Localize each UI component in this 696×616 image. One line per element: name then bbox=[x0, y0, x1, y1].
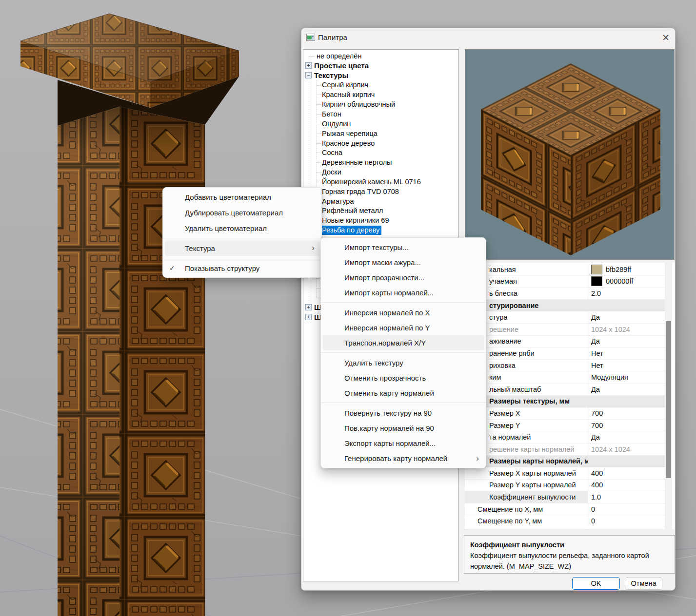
color-swatch[interactable] bbox=[591, 265, 602, 274]
property-value[interactable]: Нет bbox=[588, 347, 665, 359]
tree-item[interactable]: Бетон bbox=[303, 109, 458, 119]
tree-item[interactable]: Серый кирпич bbox=[303, 80, 458, 90]
property-value[interactable]: 700 bbox=[588, 420, 665, 431]
property-row[interactable]: аживаниеДа bbox=[465, 336, 665, 348]
property-value[interactable]: 400 bbox=[588, 467, 665, 479]
property-value[interactable]: 1024 x 1024 bbox=[588, 324, 665, 335]
tree-item[interactable]: Горная гряда TVD 0708 bbox=[303, 187, 458, 196]
property-row[interactable]: та нормалейДа bbox=[465, 431, 665, 443]
property-value[interactable]: bfb289ff bbox=[588, 264, 665, 275]
tree-item[interactable]: Рифлёный металл bbox=[303, 206, 458, 216]
menu-item[interactable]: Генерировать карту нормалей› bbox=[323, 451, 484, 466]
property-row[interactable]: решение1024 x 1024 bbox=[465, 324, 665, 336]
tree-item[interactable]: Арматура bbox=[303, 196, 458, 206]
property-value[interactable]: Модуляция bbox=[588, 371, 665, 383]
expand-icon[interactable]: + bbox=[305, 314, 312, 320]
property-value[interactable]: Да bbox=[588, 384, 665, 395]
property-value bbox=[588, 396, 665, 407]
tree-item[interactable]: Новые кирпичики 69 bbox=[303, 215, 458, 225]
menu-item[interactable]: Удалить текстуру bbox=[323, 355, 484, 370]
tree-item[interactable]: Сосна bbox=[303, 148, 458, 157]
dialog-titlebar[interactable]: Палитра × bbox=[301, 28, 675, 48]
color-swatch[interactable] bbox=[591, 276, 602, 286]
menu-item[interactable]: Отменить карту нормалей bbox=[323, 385, 484, 401]
collapse-icon[interactable]: − bbox=[305, 72, 312, 78]
properties-scrollbar[interactable] bbox=[665, 263, 672, 529]
menu-item[interactable]: Транспон.нормалей X/Y bbox=[323, 335, 484, 350]
property-value-text: 400 bbox=[591, 481, 603, 489]
wooden-column-3d[interactable] bbox=[20, 14, 239, 616]
property-row[interactable]: льный масштабДа bbox=[465, 384, 665, 396]
close-icon[interactable]: × bbox=[658, 31, 673, 45]
property-row[interactable]: Смещение по Y, мм0 bbox=[465, 515, 665, 527]
menu-item[interactable]: Повернуть текстуру на 90 bbox=[323, 405, 484, 421]
tree-item[interactable]: Кирпич облицовочный bbox=[303, 99, 458, 109]
property-value[interactable]: Да bbox=[588, 431, 665, 443]
property-row[interactable]: ь блеска2.0 bbox=[465, 288, 665, 300]
property-value-text: Да bbox=[591, 433, 600, 441]
property-row[interactable]: риховкаНет bbox=[465, 360, 665, 372]
property-value[interactable]: 1.0 bbox=[588, 491, 665, 503]
menu-item[interactable]: Импорт карты нормалей... bbox=[323, 285, 484, 300]
property-row[interactable]: решение карты нормалей1024 x 1024 bbox=[465, 443, 665, 456]
property-row[interactable]: Смещение по X, мм0 bbox=[465, 503, 665, 516]
menu-item[interactable]: Инверсия нормалей по Y bbox=[323, 320, 484, 335]
property-value[interactable]: 700 bbox=[588, 407, 665, 419]
menu-item[interactable]: Импорт прозрачности... bbox=[323, 270, 484, 285]
property-row[interactable]: Коэффициент выпуклости1.0 bbox=[465, 491, 665, 503]
tree-item[interactable]: −Текстуры bbox=[303, 71, 458, 80]
tree-item[interactable]: Красное дерево bbox=[303, 138, 458, 148]
tree-item[interactable]: Рыжая черепица bbox=[303, 129, 458, 138]
property-row[interactable]: учаемая000000ff bbox=[465, 276, 665, 288]
property-row[interactable]: Размер X700 bbox=[465, 407, 665, 420]
tree-item[interactable]: Йоркширский камень ML 0716 bbox=[303, 177, 458, 187]
menu-item[interactable]: Отменить прозрачность bbox=[323, 370, 484, 385]
property-value[interactable]: 0 bbox=[588, 503, 665, 515]
menu-item[interactable]: Импорт текстуры... bbox=[323, 240, 484, 255]
tree-item[interactable]: не определён bbox=[303, 51, 458, 61]
menu-item[interactable]: Пов.карту нормалей на 90 bbox=[323, 421, 484, 436]
cancel-button[interactable]: Отмена bbox=[625, 577, 662, 590]
expand-icon[interactable]: + bbox=[305, 304, 312, 310]
tree-item[interactable]: Красный кирпич bbox=[303, 90, 458, 99]
menu-item[interactable]: Экспорт карты нормалей... bbox=[323, 436, 484, 451]
tree-item-label: Горная гряда TVD 0708 bbox=[322, 188, 399, 195]
property-row[interactable]: кимМодуляция bbox=[465, 371, 665, 384]
property-row[interactable]: Размер X карты нормалей400 bbox=[465, 467, 665, 480]
menu-item[interactable]: Текстура› bbox=[165, 240, 319, 256]
tree-item[interactable]: Деревянные перголы bbox=[303, 157, 458, 167]
menu-item[interactable]: Добавить цветоматериал bbox=[165, 189, 319, 205]
property-value[interactable]: 1024 x 1024 bbox=[588, 443, 665, 455]
property-value[interactable]: 2.0 bbox=[588, 288, 665, 299]
tree-item[interactable]: +Простые цвета bbox=[303, 61, 458, 71]
menu-item[interactable]: Дублировать цветоматериал bbox=[165, 205, 319, 220]
scrollbar-thumb[interactable] bbox=[666, 321, 671, 478]
menu-item-label: Удалить цветоматериал bbox=[185, 224, 267, 232]
menu-item[interactable]: Инверсия нормалей по X bbox=[323, 305, 484, 320]
expand-icon[interactable]: + bbox=[305, 62, 312, 69]
property-value bbox=[588, 300, 665, 311]
property-value-text: 1024 x 1024 bbox=[591, 445, 630, 453]
material-preview-panel[interactable] bbox=[465, 49, 675, 260]
property-value-text: 0 bbox=[591, 517, 595, 525]
property-row[interactable]: стураДа bbox=[465, 311, 665, 324]
menu-item[interactable]: Импорт маски ажура... bbox=[323, 255, 484, 270]
property-value[interactable]: 400 bbox=[588, 480, 665, 491]
property-value[interactable]: 0 bbox=[588, 515, 665, 527]
property-row[interactable]: ранение рябиНет bbox=[465, 347, 665, 360]
property-row[interactable]: кальнаяbfb289ff bbox=[465, 264, 665, 276]
tree-item[interactable]: Резьба по дереву bbox=[303, 225, 458, 235]
property-row[interactable]: Размер Y карты нормалей400 bbox=[465, 480, 665, 492]
property-label: Размер X карты нормалей bbox=[465, 469, 588, 477]
ok-button[interactable]: OK bbox=[572, 577, 620, 590]
menu-item[interactable]: Удалить цветоматериал bbox=[165, 220, 319, 236]
menu-item[interactable]: ✓Показывать структуру bbox=[165, 260, 319, 276]
tree-item[interactable]: Доски bbox=[303, 167, 458, 177]
property-value[interactable]: Нет bbox=[588, 360, 665, 371]
tree-item[interactable]: Ондулин bbox=[303, 119, 458, 129]
property-value[interactable]: Да bbox=[588, 336, 665, 347]
property-value[interactable]: 000000ff bbox=[588, 276, 665, 288]
tree-item-label: Арматура bbox=[322, 197, 354, 205]
property-value[interactable]: Да bbox=[588, 311, 665, 323]
property-row[interactable]: Размер Y700 bbox=[465, 420, 665, 432]
